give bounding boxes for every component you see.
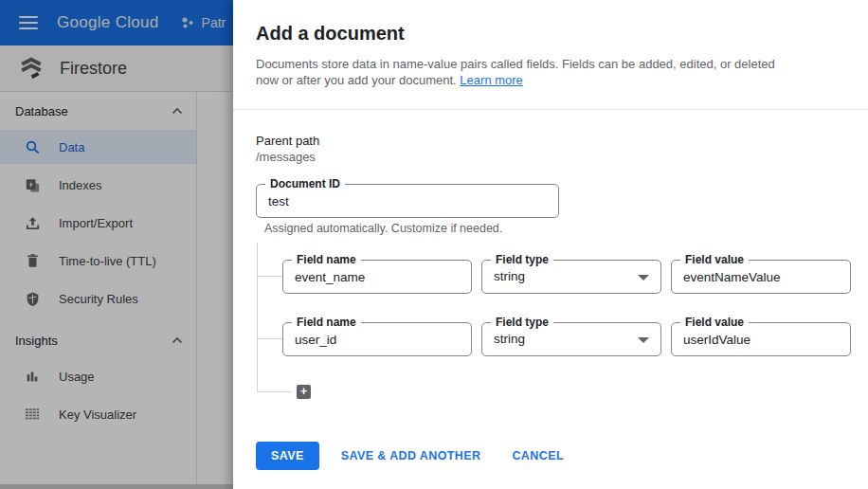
- sidebar-item-key-visualizer[interactable]: Key Visualizer: [0, 397, 196, 431]
- add-document-dialog: Add a document Documents store data in n…: [233, 0, 868, 489]
- parent-path-label: Parent path: [256, 134, 319, 148]
- sidebar-section-database[interactable]: Database: [0, 92, 196, 130]
- app-title: Firestore: [60, 59, 127, 79]
- plus-icon: +: [300, 384, 308, 398]
- sidebar-item-security-rules[interactable]: Security Rules: [0, 281, 196, 316]
- field-name-input[interactable]: [295, 323, 460, 355]
- field-name-field: Field name: [282, 322, 472, 356]
- save-add-another-button[interactable]: SAVE & ADD ANOTHER: [334, 442, 489, 470]
- chevron-up-icon: [172, 336, 183, 344]
- sidebar-item-data[interactable]: Data: [0, 130, 196, 164]
- field-type-label: Field type: [491, 315, 553, 330]
- tree-connector: [257, 338, 282, 339]
- bar-chart-icon: [23, 367, 42, 386]
- field-type-select[interactable]: Field type string: [481, 260, 661, 294]
- project-switcher[interactable]: Patr: [180, 15, 226, 30]
- sidebar-item-usage[interactable]: Usage: [0, 359, 196, 393]
- firestore-icon: [19, 56, 44, 81]
- tree-connector: [257, 243, 258, 392]
- sidebar: Database Data Indexes: [0, 92, 197, 484]
- google-cloud-logo: Google Cloud: [57, 13, 159, 32]
- search-icon: [23, 137, 42, 156]
- field-value-field: Field value: [671, 260, 851, 294]
- upload-icon: [23, 213, 42, 232]
- field-value-input[interactable]: [683, 323, 839, 355]
- app-header: Firestore: [0, 45, 233, 92]
- console-background: Google Cloud Patr Firestore Database: [0, 0, 233, 489]
- project-name: Patr: [202, 15, 226, 30]
- section-label: Insights: [15, 334, 172, 348]
- dropdown-arrow-icon: [638, 337, 649, 343]
- add-field-button[interactable]: +: [297, 385, 311, 399]
- field-type-value: string: [494, 332, 525, 346]
- description-line2: now or after you add your document.: [256, 73, 457, 87]
- chevron-up-icon: [172, 107, 183, 115]
- menu-icon[interactable]: [19, 16, 38, 29]
- field-name-input[interactable]: [295, 261, 460, 293]
- field-value-field: Field value: [671, 322, 851, 356]
- field-type-label: Field type: [491, 252, 553, 267]
- project-icon: [180, 15, 195, 30]
- heatmap-icon: [23, 405, 42, 424]
- sidebar-item-label: Import/Export: [59, 216, 133, 230]
- dropdown-arrow-icon: [638, 275, 649, 281]
- section-label: Database: [15, 104, 172, 118]
- sidebar-item-import-export[interactable]: Import/Export: [0, 206, 196, 240]
- sidebar-item-label: Time-to-live (TTL): [59, 254, 156, 268]
- sidebar-item-label: Indexes: [59, 178, 102, 192]
- field-name-field: Field name: [282, 260, 472, 294]
- document-id-input[interactable]: [268, 185, 547, 217]
- dialog-title: Add a document: [256, 23, 405, 45]
- sidebar-item-indexes[interactable]: Indexes: [0, 168, 196, 202]
- dialog-description: Documents store data in name-value pairs…: [256, 56, 775, 88]
- dialog-actions: SAVE SAVE & ADD ANOTHER CANCEL: [256, 442, 571, 470]
- field-value-input[interactable]: [683, 261, 839, 293]
- save-button[interactable]: SAVE: [256, 442, 319, 470]
- trash-icon: [23, 251, 42, 270]
- sidebar-item-label: Data: [59, 140, 84, 154]
- sidebar-item-label: Security Rules: [59, 292, 138, 306]
- parent-path-value: /messages: [256, 150, 316, 164]
- bottom-edge: [0, 484, 233, 489]
- sidebar-item-label: Usage: [59, 370, 95, 384]
- topbar: Google Cloud Patr: [0, 0, 233, 45]
- tree-connector: [257, 276, 282, 277]
- indexes-icon: [23, 175, 42, 194]
- field-type-select[interactable]: Field type string: [481, 322, 661, 356]
- tree-connector: [257, 391, 291, 392]
- sidebar-item-ttl[interactable]: Time-to-live (TTL): [0, 244, 196, 278]
- document-id-helper: Assigned automatically. Customize if nee…: [264, 222, 502, 235]
- sidebar-section-insights[interactable]: Insights: [0, 321, 196, 359]
- header-divider: [233, 109, 868, 110]
- sidebar-item-label: Key Visualizer: [59, 408, 136, 422]
- cancel-button[interactable]: CANCEL: [504, 442, 570, 470]
- field-type-value: string: [494, 269, 525, 283]
- document-id-field: Document ID: [256, 184, 559, 218]
- shield-icon: [23, 289, 42, 308]
- description-line1: Documents store data in name-value pairs…: [256, 57, 775, 71]
- learn-more-link[interactable]: Learn more: [460, 73, 522, 87]
